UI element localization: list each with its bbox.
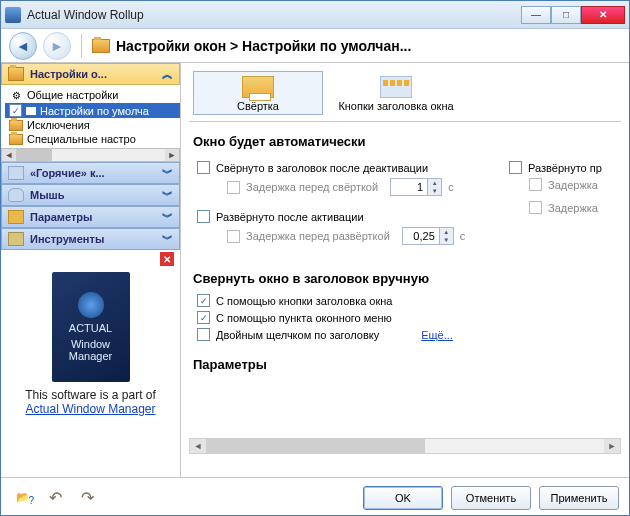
titlebar-buttons-icon (380, 76, 412, 98)
maximize-button[interactable]: □ (551, 6, 581, 24)
spin-up-icon[interactable]: ▲ (428, 179, 441, 187)
help-icon[interactable]: 📂? (11, 487, 35, 509)
tree-item-exclusions[interactable]: Исключения (5, 118, 180, 132)
tree-item-label: Исключения (27, 119, 90, 131)
boxart-text: Window Manager (52, 338, 130, 362)
checkbox-row[interactable]: Развёрнуто пр (509, 161, 617, 174)
gear-icon: ⚙ (9, 88, 23, 102)
chevron-down-icon: ︾ (162, 166, 173, 181)
checkbox[interactable] (197, 210, 210, 223)
section-title: Свернуть окно в заголовок вручную (193, 271, 617, 286)
delay-row: Задержка перед развёрткой ▲▼ с (227, 227, 505, 245)
delay-row: Задержка перед свёрткой ▲▼ с (227, 178, 505, 196)
checkbox-row[interactable]: Развёрнуто после активации (197, 210, 505, 223)
sliders-icon (8, 210, 24, 224)
product-boxart: ACTUAL Window Manager (52, 272, 130, 382)
scroll-thumb[interactable] (16, 149, 52, 161)
checkbox-label: Задержка перед свёрткой (246, 181, 378, 193)
checkbox-label: Задержка (548, 202, 598, 214)
product-logo-icon (78, 292, 104, 318)
checkbox-label: Развёрнуто после активации (216, 211, 364, 223)
scroll-thumb[interactable] (206, 439, 425, 453)
cancel-button[interactable]: Отменить (451, 486, 531, 510)
tab-label: Кнопки заголовка окна (332, 100, 460, 112)
promo-close-button[interactable]: ✕ (160, 252, 174, 266)
scroll-right-icon[interactable]: ► (604, 439, 620, 453)
checkbox[interactable] (529, 201, 542, 214)
checkbox[interactable]: ✓ (197, 311, 210, 324)
chevron-down-icon: ︾ (162, 210, 173, 225)
checkbox[interactable] (197, 328, 210, 341)
close-button[interactable]: ✕ (581, 6, 625, 24)
spinner-input[interactable] (390, 178, 428, 196)
tab-label: Свёртка (194, 100, 322, 112)
sidebar-section-tools[interactable]: Инструменты ︾ (1, 228, 180, 250)
checkbox-row[interactable]: ✓ С помощью кнопки заголовка окна (197, 294, 617, 307)
scroll-left-icon[interactable]: ◄ (190, 439, 206, 453)
delay-spinner[interactable]: ▲▼ (390, 178, 442, 196)
mouse-icon (8, 188, 24, 202)
spin-up-icon[interactable]: ▲ (440, 228, 453, 236)
section-title: Параметры (193, 357, 617, 372)
apply-button[interactable]: Применить (539, 486, 619, 510)
tab-rollup[interactable]: Свёртка (193, 71, 323, 115)
spin-down-icon[interactable]: ▼ (440, 236, 453, 244)
tree-hscrollbar[interactable]: ◄ ► (1, 148, 180, 162)
sidebar-section-label: Инструменты (30, 233, 104, 245)
tree-item-general[interactable]: ⚙ Общие настройки (5, 87, 180, 103)
checkbox-label: Задержка перед развёрткой (246, 230, 390, 242)
tree-item-label: Настройки по умолча (40, 105, 149, 117)
sidebar-section-options[interactable]: Параметры ︾ (1, 206, 180, 228)
sidebar-section-label: Настройки о... (30, 68, 107, 80)
folder-icon (9, 120, 23, 131)
titlebar: Actual Window Rollup — □ ✕ (1, 1, 629, 29)
promo-link[interactable]: Actual Window Manager (25, 402, 155, 416)
content-pane: Окно будет автоматически Свёрнуто в заго… (189, 122, 621, 434)
minimize-button[interactable]: — (521, 6, 551, 24)
checkbox-row[interactable]: Двойным щелчком по заголовку Ещё... (197, 328, 617, 341)
sidebar-accordion: Настройки о... ︽ ⚙ Общие настройки ✓ Нас… (1, 63, 180, 250)
checkbox-label: Свёрнуто в заголовок после деактивации (216, 162, 428, 174)
delay-spinner[interactable]: ▲▼ (402, 227, 454, 245)
chevron-down-icon: ︾ (162, 188, 173, 203)
content-hscrollbar[interactable]: ◄ ► (189, 438, 621, 454)
forward-button[interactable]: ► (43, 32, 71, 60)
settings-tree: ⚙ Общие настройки ✓ Настройки по умолча … (1, 85, 180, 148)
checkbox[interactable] (509, 161, 522, 174)
tree-item-special[interactable]: Специальные настро (5, 132, 180, 146)
checkbox-label: Двойным щелчком по заголовку (216, 329, 379, 341)
checkbox-row[interactable]: ✓ С помощью пункта оконного меню (197, 311, 617, 324)
checkbox[interactable] (227, 181, 240, 194)
folder-icon (92, 39, 110, 53)
unit-label: с (448, 181, 454, 193)
tab-titlebuttons[interactable]: Кнопки заголовка окна (331, 71, 461, 115)
spin-down-icon[interactable]: ▼ (428, 187, 441, 195)
back-button[interactable]: ◄ (9, 32, 37, 60)
checkbox[interactable] (227, 230, 240, 243)
folder-icon (8, 67, 24, 81)
scroll-right-icon[interactable]: ► (165, 149, 179, 161)
sidebar-section-settings[interactable]: Настройки о... ︽ (1, 63, 180, 85)
checkbox-label: С помощью кнопки заголовка окна (216, 295, 392, 307)
footer: 📂? ↶ ↷ OK Отменить Применить (1, 477, 629, 516)
scroll-left-icon[interactable]: ◄ (2, 149, 16, 161)
ok-button[interactable]: OK (363, 486, 443, 510)
keyboard-icon (8, 166, 24, 180)
spinner-input[interactable] (402, 227, 440, 245)
checkbox-row[interactable]: Свёрнуто в заголовок после деактивации (197, 161, 505, 174)
sidebar-section-hotkeys[interactable]: «Горячие» к... ︾ (1, 162, 180, 184)
redo-icon[interactable]: ↷ (75, 487, 99, 509)
undo-icon[interactable]: ↶ (43, 487, 67, 509)
tab-strip: Свёртка Кнопки заголовка окна (189, 71, 621, 122)
sidebar-section-mouse[interactable]: Мышь ︾ (1, 184, 180, 206)
boxart-text: ACTUAL (69, 322, 112, 334)
chevron-up-icon: ︽ (162, 67, 173, 82)
tree-item-label: Общие настройки (27, 89, 118, 101)
checkbox[interactable] (529, 178, 542, 191)
checkbox[interactable]: ✓ (197, 294, 210, 307)
checkbox-label: С помощью пункта оконного меню (216, 312, 392, 324)
checkbox[interactable] (197, 161, 210, 174)
tree-item-defaults[interactable]: ✓ Настройки по умолча (5, 103, 180, 118)
more-link[interactable]: Ещё... (421, 329, 453, 341)
checkbox-label: Развёрнуто пр (528, 162, 602, 174)
